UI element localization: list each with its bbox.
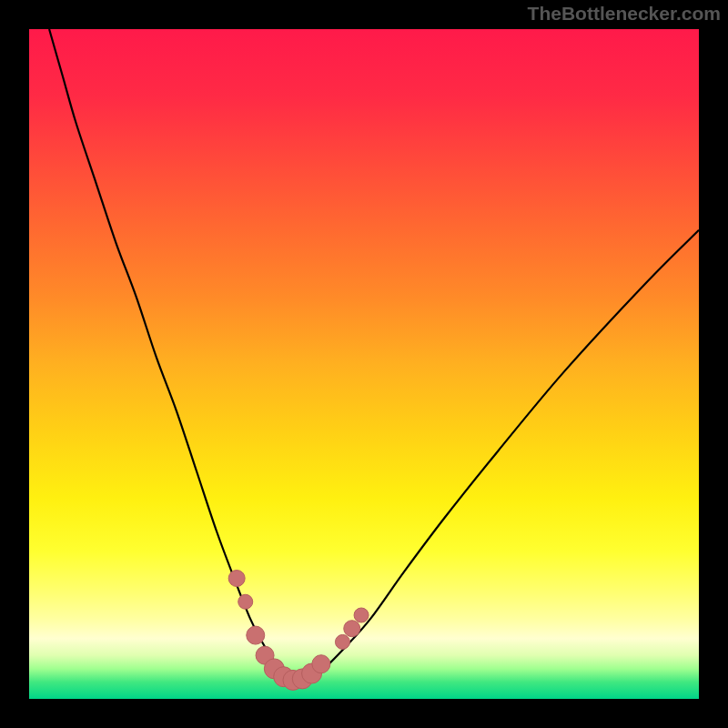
curve-marker <box>312 655 330 673</box>
curve-marker <box>335 634 349 649</box>
curve-marker <box>354 608 369 622</box>
bottleneck-chart: TheBottlenecker.com <box>0 0 728 728</box>
watermark-text: TheBottlenecker.com <box>528 3 721 24</box>
curve-marker <box>228 571 245 587</box>
curve-marker <box>344 621 360 637</box>
plot-area <box>29 29 699 699</box>
curve-marker <box>238 594 253 609</box>
curve-marker <box>247 626 265 644</box>
chart-container: TheBottlenecker.com <box>0 0 728 728</box>
